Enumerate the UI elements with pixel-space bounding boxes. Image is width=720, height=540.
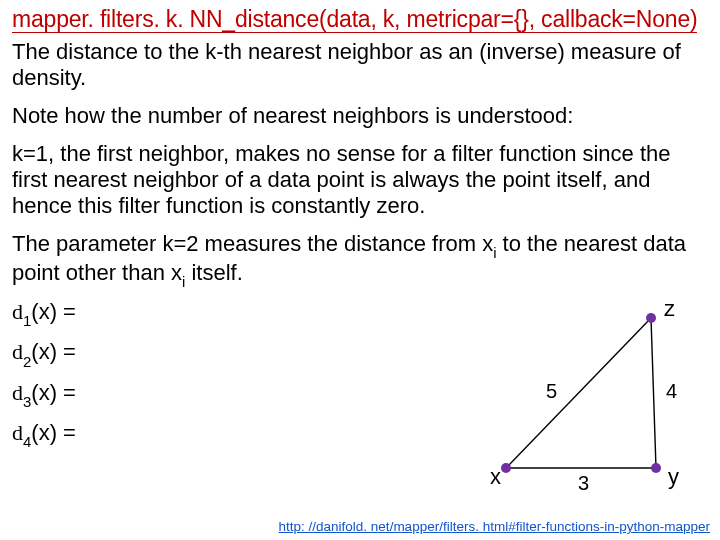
p4-sub-1: i	[493, 244, 496, 261]
delta-sub: 2	[23, 353, 31, 370]
signature-text: mapper. filters. k. NN_distance(data, k,…	[12, 6, 697, 33]
vertex-x-dot	[501, 463, 511, 473]
delta-char: d	[12, 339, 23, 364]
vertex-x-label: x	[490, 464, 501, 489]
vertex-y-label: y	[668, 464, 679, 489]
delta-tail: (x) =	[31, 299, 76, 324]
vertex-z-label: z	[664, 296, 675, 321]
delta-char: d	[12, 299, 23, 324]
signature-line: mapper. filters. k. NN_distance(data, k,…	[12, 6, 708, 33]
triangle-diagram: x y z 5 4 3	[446, 298, 706, 478]
paragraph-note: Note how the number of nearest neighbors…	[12, 103, 708, 129]
delta-sub: 4	[23, 433, 31, 450]
vertex-y-dot	[651, 463, 661, 473]
edge-zy-label: 4	[666, 380, 677, 402]
delta-tail: (x) =	[31, 420, 76, 445]
paragraph-k2: The parameter k=2 measures the distance …	[12, 231, 708, 289]
paragraph-density: The distance to the k-th nearest neighbo…	[12, 39, 708, 91]
p4-sub-2: i	[182, 273, 185, 290]
triangle-svg: x y z 5 4 3	[446, 298, 706, 498]
delta-char: d	[12, 420, 23, 445]
delta-sub: 3	[23, 393, 31, 410]
delta-char: d	[12, 380, 23, 405]
vertex-z-dot	[646, 313, 656, 323]
paragraph-k1: k=1, the first neighbor, makes no sense …	[12, 141, 708, 219]
delta-tail: (x) =	[31, 380, 76, 405]
p4-part-a: The parameter k=2 measures the distance …	[12, 231, 493, 256]
edge-xz-label: 5	[546, 380, 557, 402]
edge-xz	[506, 318, 651, 468]
slide: mapper. filters. k. NN_distance(data, k,…	[0, 0, 720, 540]
source-link[interactable]: http: //danifold. net/mapper/filters. ht…	[279, 519, 710, 534]
p4-part-c: itself.	[185, 260, 242, 285]
edge-zy	[651, 318, 656, 468]
delta-sub: 1	[23, 312, 31, 329]
edge-xy-label: 3	[578, 472, 589, 494]
footer-link-container: http: //danifold. net/mapper/filters. ht…	[279, 519, 710, 534]
delta-tail: (x) =	[31, 339, 76, 364]
